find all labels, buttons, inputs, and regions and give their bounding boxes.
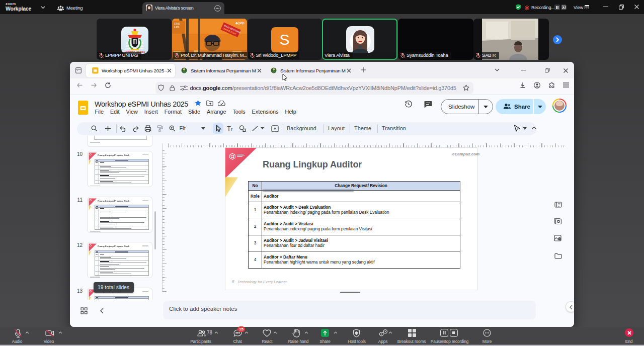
svg-text:◆|pdp: ◆|pdp bbox=[235, 21, 245, 25]
svg-text:LPF: LPF bbox=[174, 26, 180, 29]
svg-text:EUS: EUS bbox=[174, 22, 180, 25]
